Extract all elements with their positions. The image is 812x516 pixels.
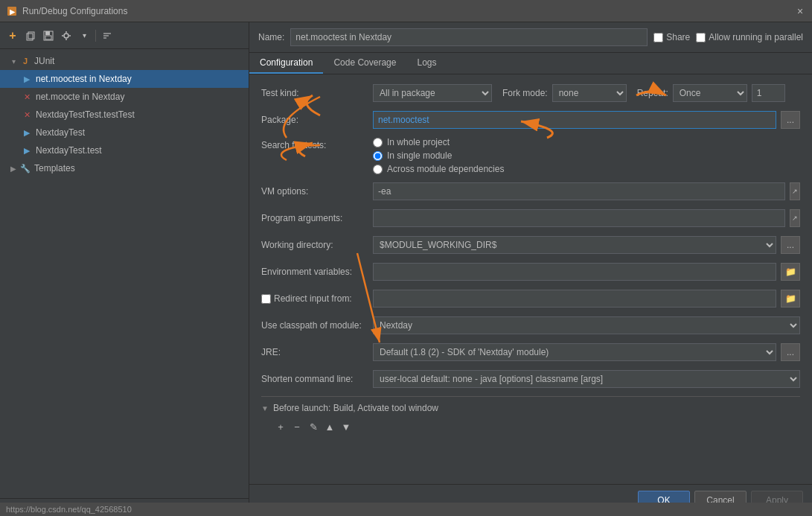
program-args-input[interactable] (373, 209, 785, 227)
radio-whole-project-input[interactable] (373, 138, 383, 147)
redirect-control: 📁 (373, 290, 800, 308)
save-button[interactable] (40, 28, 57, 44)
svg-rect-5 (45, 31, 50, 35)
package-input[interactable] (373, 111, 776, 129)
template-icon: 🔧 (19, 162, 31, 174)
copy-button[interactable] (22, 28, 39, 44)
url-text: https://blog.csdn.net/qq_42568510 (6, 505, 132, 514)
svg-text:▶: ▶ (10, 8, 16, 16)
working-dir-row: Working directory: $MODULE_WORKING_DIR$ … (261, 235, 800, 255)
vm-options-label: VM options: (261, 186, 373, 197)
program-args-expand-button[interactable]: ↗ (790, 209, 800, 227)
working-dir-label: Working directory: (261, 240, 373, 250)
before-launch-down-button[interactable]: ▼ (339, 419, 354, 434)
vm-options-input[interactable] (373, 182, 785, 200)
env-vars-row: Environment variables: 📁 (261, 262, 800, 281)
test-kind-select[interactable]: All in package Class Method Pattern (373, 84, 492, 102)
share-checkbox[interactable] (653, 33, 663, 42)
radio-whole-project-label: In whole project (387, 137, 450, 147)
radio-across-dependencies-input[interactable] (373, 165, 383, 174)
program-args-row: Program arguments: ↗ (261, 208, 800, 228)
jre-select[interactable]: Default (1.8 (2) - SDK of 'Nextday' modu… (373, 343, 776, 361)
before-launch-remove-button[interactable]: − (290, 419, 304, 434)
before-launch-toolbar: + − ✎ ▲ ▼ (273, 419, 800, 434)
before-launch-title: Before launch: Build, Activate tool wind… (273, 403, 438, 413)
working-dir-dots-button[interactable]: ... (781, 236, 800, 254)
vm-options-expand-button[interactable]: ↗ (790, 182, 800, 200)
tree-arrow-junit: ▾ (9, 57, 18, 66)
classpath-label: Use classpath of module: (261, 320, 373, 331)
vm-options-row: VM options: ↗ (261, 182, 800, 201)
redirect-checkbox[interactable] (261, 294, 271, 304)
test-icon-3: ▶ (21, 127, 33, 138)
chevron-down-button[interactable]: ▾ (76, 28, 92, 44)
allow-parallel-checkbox[interactable] (696, 33, 706, 42)
classpath-select[interactable]: Nextday (373, 316, 800, 334)
shorten-label: Shorten command line: (261, 374, 373, 384)
program-args-control: ↗ (373, 209, 800, 227)
close-button[interactable]: × (794, 5, 806, 17)
sort-button[interactable] (99, 28, 115, 44)
env-vars-dots-button[interactable]: 📁 (781, 263, 800, 281)
redirect-input[interactable] (373, 290, 776, 308)
repeat-select[interactable]: Once N times Until failure (673, 84, 747, 102)
left-panel: + (0, 22, 249, 516)
shorten-select[interactable]: user-local default: none - java [options… (373, 370, 800, 388)
radio-single-module-input[interactable] (373, 151, 383, 161)
tab-logs[interactable]: Logs (406, 53, 447, 74)
env-vars-input[interactable] (373, 263, 776, 281)
before-launch-collapse-icon[interactable]: ▼ (261, 404, 269, 413)
tree-item-1[interactable]: ✕ net.moocte in Nextday (0, 88, 249, 106)
main-container: + (0, 22, 812, 516)
vm-options-control: ↗ (373, 182, 800, 200)
tree-item-3[interactable]: ▶ NextdayTest (0, 124, 249, 141)
shorten-control: user-local default: none - java [options… (373, 370, 800, 388)
redirect-dots-button[interactable]: 📁 (781, 290, 800, 308)
repeat-count-input[interactable] (752, 84, 785, 102)
package-dots-button[interactable]: ... (781, 111, 800, 129)
tree-label-4: NextdayTest.test (36, 145, 102, 156)
tab-code-coverage[interactable]: Code Coverage (323, 53, 406, 74)
title-bar: ▶ Run/Debug Configurations × (0, 0, 812, 22)
test-kind-label: Test kind: (261, 88, 373, 98)
before-launch-add-button[interactable]: + (273, 419, 288, 434)
test-kind-control: All in package Class Method Pattern Fork… (373, 84, 800, 102)
jre-dropdown: Default (1.8 (2) - SDK of 'Nextday' modu… (373, 343, 776, 361)
shorten-dropdown: user-local default: none - java [options… (373, 370, 800, 388)
test-icon-4: ▶ (21, 144, 33, 156)
name-row: Name: Share Allow running in parallel (249, 22, 812, 53)
tree-item-0[interactable]: ▶ net.mooctest in Nextday (0, 70, 249, 88)
tree-item-junit[interactable]: ▾ J JUnit (0, 52, 249, 70)
radio-across-dependencies-label: Across module dependencies (387, 164, 504, 174)
window-icon: ▶ (6, 5, 18, 17)
fork-mode-select[interactable]: none method class (552, 84, 627, 102)
add-button[interactable]: + (4, 28, 21, 44)
search-tests-row: Search for tests: In whole project In si… (261, 137, 800, 174)
tree-item-2[interactable]: ✕ NextdayTestTest.testTest (0, 106, 249, 124)
search-radio-group: In whole project In single module Across… (373, 137, 504, 174)
working-dir-control: $MODULE_WORKING_DIR$ ... (373, 236, 800, 254)
jre-dots-button[interactable]: ... (781, 343, 800, 361)
test-icon-1: ✕ (21, 91, 33, 103)
tree-item-4[interactable]: ▶ NextdayTest.test (0, 141, 249, 159)
name-label: Name: (258, 32, 284, 42)
tab-configuration[interactable]: Configuration (249, 53, 323, 74)
shorten-row: Shorten command line: user-local default… (261, 369, 800, 389)
tree-label-3: NextdayTest (36, 127, 85, 138)
search-tests-label: Search for tests: (261, 137, 373, 150)
jre-row: JRE: Default (1.8 (2) - SDK of 'Nextday'… (261, 343, 800, 362)
settings-button[interactable] (58, 28, 74, 44)
name-input[interactable] (290, 28, 648, 46)
tree-item-templates[interactable]: ▶ 🔧 Templates (0, 159, 249, 177)
before-launch-up-button[interactable]: ▲ (322, 419, 337, 434)
tree-label-0: net.mooctest in Nextday (36, 74, 132, 84)
before-launch-section: ▼ Before launch: Build, Activate tool wi… (261, 396, 800, 434)
tree-container: ▾ J JUnit ▶ net.mooctest in Nextday ✕ ne… (0, 49, 249, 498)
templates-label: Templates (34, 163, 75, 173)
redirect-text: Redirect input from: (274, 293, 352, 304)
working-dir-select[interactable]: $MODULE_WORKING_DIR$ (373, 236, 776, 254)
svg-point-7 (64, 34, 68, 38)
before-launch-edit-button[interactable]: ✎ (306, 419, 321, 434)
redirect-row: Redirect input from: 📁 (261, 289, 800, 308)
toolbar: + (0, 22, 249, 49)
